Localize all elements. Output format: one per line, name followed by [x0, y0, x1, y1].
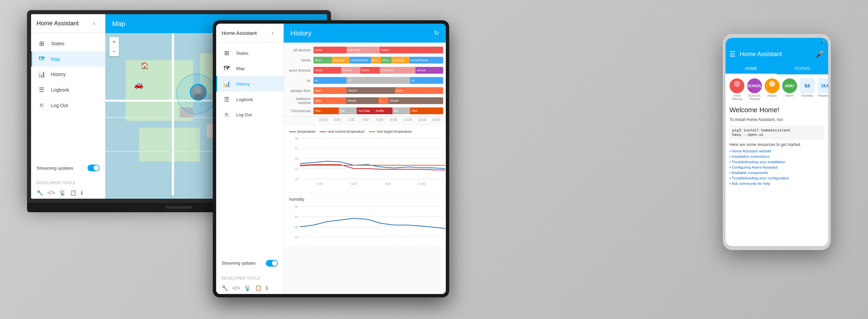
laptop-nav-logout[interactable]: ⎋ Log Out — [31, 98, 105, 113]
temp-chart-container: temperature nest current temperature nes… — [284, 126, 446, 192]
mqtt-icon-t[interactable]: 📡 — [244, 285, 251, 291]
legend-dot-nest-target — [368, 131, 375, 132]
avatar-away[interactable]: AWAY — [782, 78, 797, 93]
laptop-nav-logbook[interactable]: ☰ Logbook — [31, 82, 105, 98]
code-icon[interactable]: </> — [47, 190, 55, 196]
bar-anne-1: not ho... — [341, 67, 360, 74]
bar-chromecast-1: idle — [339, 107, 357, 114]
sensor-temp: 15.6 — [818, 78, 828, 93]
chart-icon: 📊 — [37, 71, 46, 78]
toggle-knob-t — [272, 261, 277, 266]
svg-point-40 — [769, 81, 775, 87]
link-troubleshoot-config[interactable]: Troubleshooting your configuration — [730, 176, 824, 180]
bar-home-1: pending — [332, 57, 350, 64]
bar-chromecast-2: YouTube — [357, 107, 375, 114]
phone-tab-home[interactable]: HOME — [725, 64, 777, 74]
grid-icon-t: ⊞ — [223, 49, 231, 57]
timeline-row-garagedoor: garage door open closed open — [284, 86, 446, 95]
bar-bedroom-0: open — [313, 97, 346, 104]
svg-text:52: 52 — [295, 215, 298, 219]
link-available-components[interactable]: Available components — [730, 171, 824, 175]
phone-screen: 🎤 ☰ Home Assistant 🎤 HOME ROOMS — [725, 38, 828, 246]
phone-menu-btn[interactable]: ☰ — [730, 50, 736, 58]
phone-header: ☰ Home Assistant 🎤 — [725, 46, 828, 62]
timeline-row-ac: ac on off on — [284, 76, 446, 85]
tablet-refresh-btn[interactable]: ↻ — [434, 29, 439, 37]
service-icon-t[interactable]: 📋 — [255, 285, 262, 291]
svg-rect-3 — [139, 128, 200, 162]
bar-anne-0: home — [313, 67, 341, 74]
svg-text:44: 44 — [295, 236, 298, 239]
svg-text:18: 18 — [295, 177, 298, 181]
svg-text:8:00: 8:00 — [385, 182, 391, 186]
code-line2: hass --open-ui — [732, 132, 821, 137]
bar-chromecast-4: idle — [392, 107, 410, 114]
avatar-anne-therese[interactable] — [730, 78, 744, 93]
laptop-notch — [165, 206, 193, 209]
svg-text:27: 27 — [295, 147, 298, 150]
mqtt-icon[interactable]: 📡 — [59, 190, 66, 196]
tablet-device: Home Assistant ‹ ⊞ States 🗺 Map — [213, 20, 449, 297]
humidity-chart-svg: 56 52 48 44 — [286, 203, 445, 244]
tablet-screen: Home Assistant ‹ ⊞ States 🗺 Map — [216, 24, 446, 294]
phone-status-bar: 🎤 — [725, 38, 828, 46]
code-block: pip3 install homeassistant hass --open-u… — [730, 125, 824, 140]
svg-point-14 — [195, 87, 202, 94]
laptop-streaming-toggle[interactable] — [87, 165, 100, 171]
phone-tabs: HOME ROOMS — [725, 62, 828, 74]
bar-alldevices-2: home — [380, 47, 443, 53]
install-text: To install Home Assistant, run: — [730, 117, 824, 123]
sensor-temp-value: 15.6 — [821, 83, 828, 88]
service-icon[interactable]: 📋 — [70, 190, 77, 196]
timeline-axis: 22:00 0:00 2:00 4:00 6:00 8:00 10:00 12:… — [284, 116, 446, 123]
svg-text:0:00: 0:00 — [317, 182, 323, 186]
svg-text:21: 21 — [295, 167, 298, 171]
laptop-sidebar-close[interactable]: ‹ — [89, 18, 100, 29]
svg-text:48: 48 — [295, 225, 298, 229]
tablet-nav-map[interactable]: 🗺 Map — [216, 61, 283, 76]
laptop-dev-tools-section: Developer Tools — [31, 175, 105, 187]
logout-icon: ⎋ — [37, 102, 46, 109]
tablet-nav-states[interactable]: ⊞ States — [216, 45, 283, 61]
label-humidity: Humidity — [801, 94, 813, 97]
code-icon-t[interactable]: </> — [232, 285, 240, 291]
template-icon[interactable]: 🔧 — [36, 190, 43, 196]
laptop-sidebar: Home Assistant ‹ ⊞ States 🗺 Map — [31, 14, 105, 199]
link-community[interactable]: Ask community for help — [730, 181, 824, 186]
avatar-school-therese[interactable]: SCHOOL — [747, 78, 762, 93]
timeline-row-alldevices: all devices home not home home — [284, 45, 446, 55]
template-icon-t[interactable]: 🔧 — [222, 285, 228, 291]
bar-garage-0: open — [313, 87, 347, 94]
info-icon[interactable]: ℹ — [81, 190, 83, 196]
laptop-nav-states[interactable]: ⊞ States — [31, 36, 105, 51]
phone-mic-btn[interactable]: 🎤 — [816, 50, 824, 58]
bar-ac-0: on — [313, 77, 347, 84]
tablet-nav-logout[interactable]: ⎋ Log Out — [216, 107, 283, 122]
bar-anne-2: home — [360, 67, 380, 74]
tablet-body: Home Assistant ‹ ⊞ States 🗺 Map — [213, 20, 449, 297]
link-install-instructions[interactable]: Installation instructions — [730, 154, 824, 158]
tablet-sidebar: Home Assistant ‹ ⊞ States 🗺 Map — [216, 24, 284, 294]
map-zoom-in-btn[interactable]: + — [109, 37, 119, 47]
sensor-humidity: 54 — [800, 78, 815, 93]
scene: Home Assistant ‹ ⊞ States 🗺 Map — [0, 0, 868, 319]
link-troubleshoot-install[interactable]: Troubleshooting your installation — [730, 160, 824, 164]
info-icon-t[interactable]: ℹ — [266, 285, 268, 291]
laptop-nav-map[interactable]: 🗺 Map — [31, 51, 105, 67]
welcome-title: Welcome Home! — [730, 106, 824, 114]
link-ha-website[interactable]: Home Assistant website — [730, 149, 824, 153]
link-configure-ha[interactable]: Configuring Home Assistant — [730, 165, 824, 169]
timeline-row-home: home disar... pending armed home pen... … — [284, 55, 446, 65]
laptop-sidebar-header: Home Assistant ‹ — [31, 14, 105, 33]
tablet-sidebar-close[interactable]: ‹ — [267, 28, 278, 39]
timeline-row-chromecast: Chromecast Plex idle YouTube Netflix idl… — [284, 106, 446, 116]
tablet-nav-history[interactable]: 📊 History — [216, 76, 283, 92]
avatar-paulus[interactable] — [765, 78, 780, 93]
tablet-nav-logbook[interactable]: ☰ Logbook — [216, 92, 283, 107]
phone-app-title: Home Assistant — [740, 51, 816, 58]
map-zoom-out-btn[interactable]: − — [109, 47, 119, 56]
tablet-streaming-toggle[interactable] — [266, 260, 278, 267]
phone-tab-rooms[interactable]: ROOMS — [777, 64, 828, 74]
laptop-nav-history[interactable]: 📊 History — [31, 67, 105, 82]
bar-chromecast-5: Plex — [410, 107, 443, 114]
